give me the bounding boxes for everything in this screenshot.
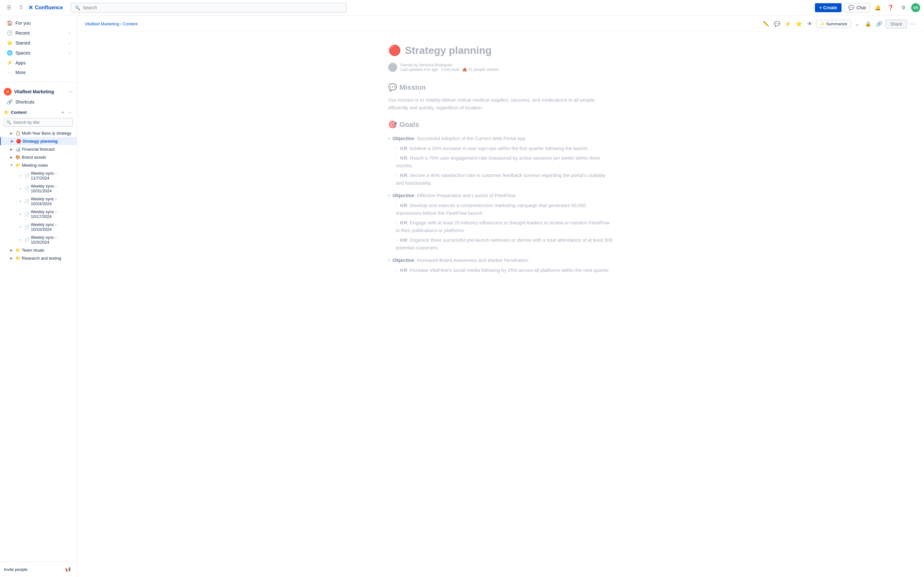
sidebar-item-more[interactable]: ··· More <box>1 68 75 77</box>
sidebar-item-recent[interactable]: 🕐 Recent › <box>1 28 75 38</box>
tree-item-label: Weekly sync - 10/24/2024 <box>31 197 74 206</box>
content-add-button[interactable]: + <box>60 109 65 115</box>
kr-item: KR: Reach a 70% user engagement rate (me… <box>396 153 613 171</box>
search-input[interactable] <box>83 5 342 10</box>
tree-item-meeting-notes[interactable]: ▼ 📁 Meeting notes <box>0 161 77 169</box>
sidebar-item-shortcuts[interactable]: 🔗 Shortcuts <box>1 97 75 107</box>
sidebar-toggle-button[interactable]: ☰ <box>4 3 14 13</box>
chevron-right-icon: › <box>69 51 70 55</box>
doc-meta: Owned by Veronica Rodriguez Last updated… <box>388 63 613 72</box>
grid-menu-button[interactable]: ⠿ <box>16 3 26 13</box>
tree-item-financial-forecast[interactable]: ▶ 📊 Financial forecast <box>0 145 77 153</box>
create-button[interactable]: + Create <box>815 3 842 12</box>
sidebar-item-apps[interactable]: ⚡ Apps <box>1 58 75 68</box>
folder-icon: 📁 <box>15 256 21 261</box>
link-button[interactable]: 🔗 <box>875 19 884 29</box>
main-content: Vitafleet Marketing / Content ✏️ 💬 ⚡ ⭐ 👁… <box>77 15 924 577</box>
content-more-button[interactable]: ··· <box>66 109 73 115</box>
summarize-button[interactable]: ✨ Summarize <box>816 20 851 28</box>
expand-icon: ▶ <box>9 256 14 260</box>
watch-button[interactable]: 👁 <box>805 19 814 29</box>
home-icon: 🏠 <box>6 20 13 26</box>
sidebar-nav: 🏠 For you 🕐 Recent › ⭐ Starred › 🌐 Space… <box>0 15 77 80</box>
notifications-button[interactable]: 🔔 <box>873 3 883 13</box>
expand-icon: ▶ <box>10 139 15 143</box>
breadcrumb-section[interactable]: Content <box>123 21 137 26</box>
expand-icon: ▶ <box>9 147 14 151</box>
search-bar[interactable]: 🔍 <box>71 3 347 13</box>
tree-item-research-testing[interactable]: ▶ 📁 Research and testing <box>0 254 77 262</box>
breadcrumb-bar: Vitafleet Marketing / Content ✏️ 💬 ⚡ ⭐ 👁… <box>77 15 924 31</box>
mission-icon: 💬 <box>388 83 397 92</box>
settings-button[interactable]: ⚙ <box>898 3 909 13</box>
comment-button[interactable]: 💬 <box>772 19 782 29</box>
tree-item-weekly-sync-5[interactable]: • 📄 Weekly sync - 10/10/2024 <box>0 221 77 234</box>
meta-info: Owned by Veronica Rodriguez Last updated… <box>401 63 498 72</box>
lightning-button[interactable]: ⚡ <box>783 19 792 29</box>
expand-icon: ▼ <box>9 163 14 167</box>
edit-button[interactable]: ✏️ <box>762 19 771 29</box>
share-button[interactable]: Share <box>885 19 907 29</box>
help-button[interactable]: ❓ <box>885 3 896 13</box>
tree-item-weekly-sync-6[interactable]: • 📄 Weekly sync - 10/3/2024 <box>0 234 77 246</box>
content-search-input[interactable] <box>4 118 73 127</box>
bullet-icon: • <box>18 238 23 242</box>
confluence-logo: ✕ Confluence <box>28 4 63 11</box>
announcement-button[interactable]: 📢 <box>63 564 73 574</box>
goals-icon: 🎯 <box>388 121 397 129</box>
space-icon: V <box>4 88 11 95</box>
expand-button[interactable]: ⌄ <box>853 19 862 29</box>
confluence-name: Confluence <box>35 5 63 11</box>
more-options-button[interactable]: ··· <box>909 19 916 29</box>
content-label: Content <box>11 110 60 115</box>
views-icon: 📤 <box>462 67 467 72</box>
sidebar-item-for-you[interactable]: 🏠 For you <box>1 18 75 28</box>
tree-item-weekly-sync-4[interactable]: • 📄 Weekly sync - 10/17/2024 <box>0 208 77 221</box>
bullet-icon: • <box>18 174 23 177</box>
page-icon: 🔴 <box>16 139 21 143</box>
tree-item-weekly-sync-1[interactable]: • 📄 Weekly sync - 11/7/2024 <box>0 169 77 182</box>
breadcrumb: Vitafleet Marketing / Content <box>85 21 137 26</box>
avatar[interactable]: VR <box>911 3 920 12</box>
right-actions: + Create 💬 Chat 🔔 ❓ ⚙ VR <box>815 3 920 13</box>
breadcrumb-space[interactable]: Vitafleet Marketing <box>85 21 119 26</box>
tree-item-label: Brand assets <box>22 155 74 160</box>
objective-item: Objective: Effective Preparation and Lau… <box>388 190 613 255</box>
apps-icon: ⚡ <box>6 60 13 66</box>
tree-item-strategy-planning[interactable]: ▶ 🔴 Strategy planning <box>0 137 77 145</box>
sidebar-tree: ▶ 📋 Multi-Year Banc.ly strategy ▶ 🔴 Stra… <box>0 128 77 263</box>
tree-item-label: Weekly sync - 10/31/2024 <box>31 184 74 193</box>
sidebar-divider <box>0 82 77 83</box>
kr-item: KR: Organize three successful pre-launch… <box>396 235 613 253</box>
doc-title-icon: 🔴 <box>388 44 401 56</box>
chat-icon: 💬 <box>848 5 855 11</box>
shortcuts-label: Shortcuts <box>15 99 34 105</box>
mission-title: Mission <box>399 83 426 92</box>
tree-item-label: Weekly sync - 11/7/2024 <box>31 171 74 181</box>
chat-button[interactable]: 💬 Chat <box>844 3 870 13</box>
shortcuts-icon: 🔗 <box>6 99 13 105</box>
sidebar-item-starred[interactable]: ⭐ Starred › <box>1 38 75 48</box>
tree-item-weekly-sync-3[interactable]: • 📄 Weekly sync - 10/24/2024 <box>0 195 77 208</box>
sidebar-item-spaces[interactable]: 🌐 Spaces › <box>1 48 75 58</box>
invite-people-button[interactable]: Invite people <box>4 565 60 574</box>
goals-title: Goals <box>399 121 419 129</box>
author-avatar <box>388 63 397 72</box>
lock-button[interactable]: 🔒 <box>864 19 873 29</box>
tree-item-multi-year[interactable]: ▶ 📋 Multi-Year Banc.ly strategy <box>0 129 77 137</box>
tree-item-team-rituals[interactable]: ▶ 📁 Team rituals <box>0 246 77 254</box>
bullet-icon: • <box>18 187 23 190</box>
expand-icon: ▶ <box>9 248 14 252</box>
page-icon: 📋 <box>15 131 21 135</box>
space-more-button[interactable]: ··· <box>69 89 73 95</box>
objectives-list: Objective: Successful Adoption of the Cu… <box>388 133 613 277</box>
tree-item-label: Team rituals <box>22 248 74 253</box>
tree-item-label: Research and testing <box>22 256 74 261</box>
tree-item-brand-assets[interactable]: ▶ 🎨 Brand assets <box>0 153 77 161</box>
folder-icon: 📁 <box>15 248 21 253</box>
toolbar: ✏️ 💬 ⚡ ⭐ 👁 ✨ Summarize ⌄ 🔒 🔗 Share ··· <box>762 19 916 29</box>
page-icon: 📄 <box>24 173 29 178</box>
more-icon: ··· <box>6 70 13 75</box>
star-button[interactable]: ⭐ <box>795 19 803 29</box>
tree-item-weekly-sync-2[interactable]: • 📄 Weekly sync - 10/31/2024 <box>0 182 77 195</box>
